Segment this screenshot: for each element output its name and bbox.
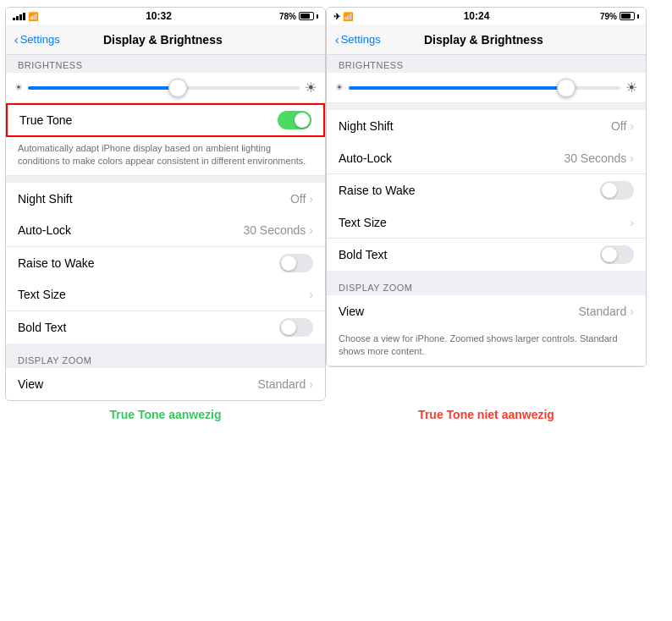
- brightness-row: ☀ ☀: [327, 73, 646, 103]
- display-zoom-description: Choose a view for iPhone. Zoomed shows l…: [327, 327, 646, 366]
- view-value: Standard: [258, 377, 306, 391]
- settings-list-1: Auto-Lock 30 Seconds› Raise to Wake: [327, 142, 646, 206]
- back-button[interactable]: ‹ Settings: [335, 33, 381, 47]
- chevron-right-icon: ›: [309, 377, 313, 391]
- raise-to-wake-toggle[interactable]: [279, 254, 313, 272]
- settings-item-text-size[interactable]: Text Size ›: [327, 206, 646, 239]
- battery-tip: [637, 14, 639, 19]
- item-value: 30 Seconds: [243, 223, 306, 237]
- airplane-icon: ✈: [333, 12, 340, 21]
- back-button[interactable]: ‹ Settings: [14, 33, 60, 47]
- item-label: Night Shift: [339, 119, 611, 133]
- view-label: View: [339, 305, 579, 318]
- display-zoom-header: DISPLAY ZOOM: [6, 350, 325, 368]
- settings-item-bold-text[interactable]: Bold Text: [327, 239, 646, 271]
- status-left: 📶: [13, 12, 38, 21]
- brightness-low-icon: ☀: [335, 82, 344, 93]
- wifi-icon: 📶: [28, 12, 38, 21]
- toggle-knob: [602, 247, 617, 262]
- footer-label-0: True Tone aanwezig: [5, 408, 326, 421]
- toggle-knob: [281, 320, 296, 335]
- chevron-right-icon: ›: [630, 151, 634, 165]
- display-zoom-header: DISPLAY ZOOM: [327, 278, 646, 295]
- status-bar: ✈ 📶 10:24 79%: [327, 8, 646, 25]
- nav-title: Display & Brightness: [60, 33, 266, 47]
- signal-bars: [13, 13, 25, 20]
- chevron-right-icon: ›: [630, 305, 634, 318]
- settings-item-night-shift[interactable]: Night Shift Off›: [327, 110, 646, 142]
- chevron-right-icon: ›: [630, 119, 634, 133]
- item-label: Night Shift: [18, 192, 290, 206]
- toggle-knob: [295, 113, 310, 128]
- display-zoom-list: View Standard ›: [6, 368, 325, 400]
- chevron-right-icon: ›: [630, 216, 634, 229]
- settings-item-raise-to-wake[interactable]: Raise to Wake: [6, 247, 325, 279]
- wifi-icon: 📶: [343, 12, 353, 21]
- settings-list-1: Auto-Lock 30 Seconds› Raise to Wake: [6, 215, 325, 279]
- settings-item-auto-lock[interactable]: Auto-Lock 30 Seconds›: [327, 142, 646, 174]
- chevron-right-icon: ›: [309, 223, 313, 237]
- footer-row: True Tone aanwezigTrue Tone niet aanwezi…: [0, 401, 672, 421]
- view-value: Standard: [579, 305, 627, 318]
- status-right: 79%: [600, 12, 639, 21]
- battery-icon: [299, 12, 314, 20]
- raise-to-wake-toggle[interactable]: [600, 181, 634, 200]
- item-label: Bold Text: [339, 248, 600, 261]
- settings-item-auto-lock[interactable]: Auto-Lock 30 Seconds›: [6, 215, 325, 247]
- brightness-row: ☀ ☀: [6, 73, 325, 103]
- item-value: Off: [290, 192, 306, 206]
- phones-row: 📶 10:32 78% ‹ Settings Display & Brightn…: [0, 0, 672, 401]
- status-right: 78%: [279, 12, 318, 21]
- toggle-knob: [281, 256, 296, 271]
- view-item[interactable]: View Standard ›: [327, 295, 646, 327]
- true-tone-toggle[interactable]: [278, 111, 311, 129]
- item-label: Bold Text: [18, 321, 279, 334]
- back-label[interactable]: Settings: [341, 33, 381, 46]
- settings-item-text-size[interactable]: Text Size ›: [6, 279, 325, 311]
- status-time: 10:24: [464, 10, 490, 22]
- item-label: Auto-Lock: [18, 223, 243, 237]
- status-bar: 📶 10:32 78%: [6, 8, 325, 25]
- settings-item-raise-to-wake[interactable]: Raise to Wake: [327, 174, 646, 206]
- item-label: Text Size: [339, 216, 626, 229]
- view-item[interactable]: View Standard ›: [6, 368, 325, 400]
- group-separator: [6, 343, 325, 350]
- chevron-right-icon: ›: [309, 288, 313, 301]
- bar4: [23, 13, 25, 20]
- brightness-slider[interactable]: [349, 86, 620, 90]
- phone-left: 📶 10:32 78% ‹ Settings Display & Brightn…: [5, 7, 326, 401]
- brightness-high-icon: ☀: [305, 80, 317, 96]
- nav-bar: ‹ Settings Display & Brightness: [327, 25, 646, 55]
- brightness-low-icon: ☀: [14, 82, 23, 93]
- bold-text-toggle[interactable]: [600, 245, 634, 264]
- settings-item-bold-text[interactable]: Bold Text: [6, 311, 325, 343]
- nav-title: Display & Brightness: [381, 33, 587, 47]
- brightness-high-icon: ☀: [625, 80, 637, 96]
- settings-item-night-shift[interactable]: Night Shift Off›: [6, 183, 325, 215]
- toggle-knob: [602, 183, 617, 198]
- chevron-right-icon: ›: [309, 192, 313, 206]
- nav-bar: ‹ Settings Display & Brightness: [6, 25, 325, 55]
- settings-list: Night Shift Off›: [6, 176, 325, 215]
- display-zoom-list: View Standard ›: [327, 295, 646, 327]
- true-tone-label: True Tone: [19, 113, 278, 127]
- true-tone-row: True Tone: [6, 103, 325, 137]
- bold-text-toggle[interactable]: [279, 318, 313, 337]
- settings-list: Night Shift Off›: [327, 103, 646, 142]
- bar3: [19, 14, 22, 20]
- back-label[interactable]: Settings: [20, 33, 60, 46]
- brightness-section-header: BRIGHTNESS: [6, 55, 325, 73]
- battery-pct: 79%: [600, 12, 617, 21]
- group-separator: [6, 176, 325, 183]
- status-left: ✈ 📶: [333, 12, 353, 21]
- item-value: Off: [611, 119, 626, 133]
- view-label: View: [18, 377, 258, 391]
- true-tone-description: Automatically adapt iPhone display based…: [6, 137, 325, 176]
- bar1: [13, 18, 15, 20]
- item-label: Text Size: [18, 288, 306, 301]
- status-time: 10:32: [146, 10, 172, 22]
- brightness-slider[interactable]: [28, 86, 300, 90]
- bar2: [16, 16, 19, 20]
- chevron-left-icon: ‹: [14, 33, 19, 47]
- group-separator: [327, 103, 646, 110]
